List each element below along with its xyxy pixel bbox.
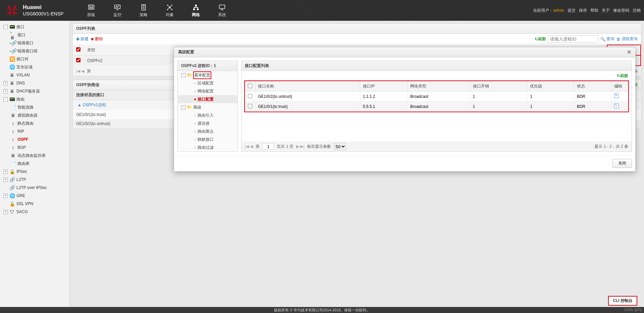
refresh-button[interactable]: ↻ 刷新: [617, 73, 628, 79]
query-button[interactable]: 🔍查询: [600, 36, 614, 42]
close-icon[interactable]: ✕: [627, 49, 631, 55]
lock-icon: 🔒: [9, 169, 15, 174]
sidebar-item-vrouter[interactable]: 🖥虚拟路由器: [0, 111, 69, 119]
pair-icon: 🔀: [9, 56, 15, 62]
select-all-checkbox[interactable]: [76, 47, 80, 52]
collapse-icon[interactable]: −: [3, 97, 8, 102]
folder-icon: 📁: [187, 105, 192, 110]
sidebar-item-gre[interactable]: +🌐GRE: [0, 192, 69, 200]
delete-button[interactable]: ✖删除: [91, 36, 103, 42]
table-row[interactable]: GE1/0/1(to trust) 5.5.5.1 Broadcast 1 1 …: [245, 102, 628, 112]
action-change-password[interactable]: 修改密码: [613, 8, 629, 13]
sidebar-item-dhcp[interactable]: +🖥DHCP服务器: [0, 87, 69, 95]
action-submit[interactable]: 提交: [568, 8, 576, 13]
action-about[interactable]: 关于: [602, 8, 610, 13]
action-save[interactable]: 保存: [579, 8, 587, 13]
sidebar-item-sslvpn[interactable]: 🔒SSL VPN: [0, 200, 69, 208]
refresh-button[interactable]: ↻ 刷新: [535, 36, 546, 42]
sidebar-item-rip[interactable]: ↕RIP: [0, 127, 69, 135]
action-logout[interactable]: 注销: [633, 8, 641, 13]
route-icon: ↕: [10, 137, 16, 142]
edit-icon[interactable]: [614, 104, 619, 108]
nav-object[interactable]: 对象: [157, 0, 183, 21]
brand-text: Huawei: [23, 4, 63, 11]
tree-route-filter[interactable]: ○路由过滤: [178, 143, 237, 151]
sidebar-item-route-table[interactable]: 📄路由表: [0, 160, 69, 168]
sidebar-item-link-interface[interactable]: ▫🔗链路接口: [0, 39, 69, 47]
collapse-icon[interactable]: −: [3, 25, 8, 29]
sidebar-item-sacg[interactable]: +🛡SACG: [0, 208, 69, 216]
sidebar-item-dyn-route-mon[interactable]: 🖥动态路由监控表: [0, 151, 69, 160]
network-icon: [191, 3, 201, 11]
per-page-select[interactable]: 50: [334, 143, 346, 150]
sidebar-item-ipsec[interactable]: +🔒IPSec: [0, 168, 69, 176]
close-button[interactable]: 关闭: [612, 159, 632, 168]
action-help[interactable]: 帮助: [590, 8, 598, 13]
sidebar-item-l2tp[interactable]: +🔗L2TP: [0, 176, 69, 184]
link-icon: ▫🔗: [10, 48, 16, 54]
model-text: USG6000V1-ENSP: [23, 11, 63, 17]
nav-policy[interactable]: 策略: [130, 0, 157, 21]
row-checkbox[interactable]: [76, 58, 80, 62]
main-content: OSPF列表 ✚新建 ✖删除 ↻ 刷新 🔍查询 🗑清除查询 类型 编辑 高级: [70, 21, 644, 307]
tree-route-agg[interactable]: ○路由聚合: [178, 127, 237, 135]
sidebar-item-smart-route[interactable]: 📄智能选路: [0, 103, 69, 111]
select-all-checkbox[interactable]: [248, 84, 252, 88]
add-button[interactable]: ✚新建: [76, 36, 89, 42]
clear-query-button[interactable]: 🗑清除查询: [616, 36, 638, 42]
nav-system[interactable]: 系统: [209, 0, 235, 21]
collapse-icon[interactable]: −: [181, 105, 185, 110]
table-row[interactable]: GE1/0/2(to untrust) 1.1.1.2 Broadcast 1 …: [245, 91, 628, 102]
tree-silent[interactable]: ○静默接口: [178, 135, 237, 143]
top-right-actions: 当前用户：admin 提交 保存 帮助 关于 修改密码 注销: [533, 8, 641, 13]
monitor-icon: [113, 3, 122, 11]
nav-network[interactable]: 网络: [183, 0, 209, 21]
sidebar-item-l2tp-ipsec[interactable]: 🔗L2TP over IPSec: [0, 184, 69, 192]
sidebar-item-interface-pair[interactable]: 🔀接口对: [0, 55, 69, 63]
edit-icon[interactable]: [614, 93, 619, 98]
route-icon: ↕: [10, 145, 16, 150]
nav-monitor[interactable]: 监控: [104, 0, 130, 21]
expand-icon[interactable]: +: [3, 170, 8, 174]
sidebar-item-dns[interactable]: +🖥DNS: [0, 79, 69, 87]
screen-icon: 🖥: [10, 113, 16, 118]
sidebar-item-link-interface-group[interactable]: ▫🔗链路接口组: [0, 47, 69, 55]
system-icon: [217, 3, 227, 11]
link-icon: 🔗: [9, 177, 15, 182]
tree-route-import[interactable]: ○路由引入: [178, 111, 237, 119]
tree-network-config[interactable]: ○网络配置: [178, 87, 237, 95]
next-page-icon[interactable]: ▶ ▶|: [296, 144, 304, 149]
tree-area-config[interactable]: ○区域配置: [178, 79, 237, 87]
sidebar-item-bgp[interactable]: ↕BGP: [0, 143, 69, 151]
row-checkbox[interactable]: [248, 104, 252, 108]
expand-icon[interactable]: +: [3, 89, 8, 93]
tree-interface-config[interactable]: ●接口配置: [178, 95, 237, 103]
sidebar-item-static-route[interactable]: ↕静态路由: [0, 119, 69, 127]
globe-icon: 🌐: [9, 193, 15, 198]
lock-icon: 🔒: [9, 201, 15, 206]
sidebar-item-zone[interactable]: 🌐安全区域: [0, 63, 69, 71]
cli-console-button[interactable]: CLI 控制台: [608, 296, 637, 306]
expand-icon[interactable]: +: [3, 210, 8, 214]
sidebar-item-ospf[interactable]: ↕OSPF: [0, 135, 69, 143]
tree-advanced[interactable]: −📁高级: [178, 103, 237, 111]
device-icon: 📟: [9, 97, 15, 102]
tree-basic-config[interactable]: −📁基本配置: [178, 71, 237, 79]
sidebar-item-route[interactable]: −📟路由: [0, 95, 69, 103]
collapse-icon[interactable]: −: [181, 73, 185, 77]
first-page-icon[interactable]: |◀ ◀: [245, 144, 253, 149]
first-page-icon[interactable]: |◀ ◀: [76, 69, 84, 73]
nav-dashboard[interactable]: 面板: [78, 0, 104, 21]
expand-icon[interactable]: +: [3, 81, 8, 85]
sidebar-item-vxlan[interactable]: 🖥VXLAN: [0, 71, 69, 79]
tree-vlink[interactable]: ○虚连接: [178, 119, 237, 127]
process-id-input[interactable]: [548, 36, 598, 43]
row-checkbox[interactable]: [248, 94, 252, 98]
page-input[interactable]: [262, 143, 274, 150]
sidebar-item-interface-sub[interactable]: ▫🖥接口: [0, 31, 69, 39]
clear-icon: 🗑: [616, 37, 621, 42]
advanced-config-modal: 高级配置 ✕ OSPFv2 进程ID：1 −📁基本配置 ○区域配置 ○网络配置 …: [174, 47, 636, 172]
doc-icon: 📄: [10, 105, 16, 110]
expand-icon[interactable]: +: [3, 178, 8, 182]
expand-icon[interactable]: +: [3, 194, 8, 198]
